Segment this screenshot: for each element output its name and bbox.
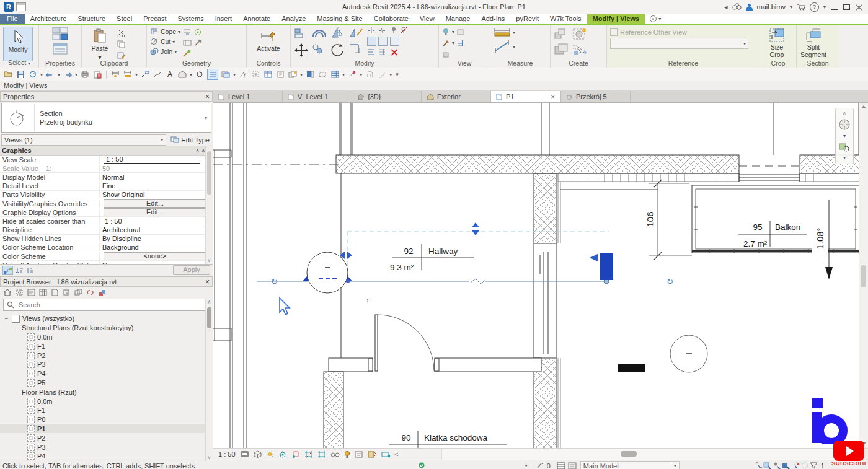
- properties-scroll-handle[interactable]: [207, 151, 211, 195]
- reveal-hidden-icon[interactable]: [344, 450, 350, 458]
- modify-tool-button[interactable]: Modify: [3, 27, 33, 61]
- project-browser-header[interactable]: Project Browser - L86-wizualizacja.rvt ×: [0, 276, 213, 287]
- browser-views-icon[interactable]: [16, 289, 24, 296]
- properties-close-icon[interactable]: ×: [205, 94, 210, 100]
- override-brush-icon[interactable]: [442, 39, 450, 47]
- browser-links-icon[interactable]: [86, 289, 95, 296]
- drawing-canvas[interactable]: 106 1.08°: [213, 103, 859, 448]
- detail-line-icon[interactable]: [153, 69, 162, 79]
- windows-caret-icon[interactable]: ▾: [233, 72, 236, 77]
- cut-scissors-icon[interactable]: [117, 29, 126, 37]
- prop-row-hide-at-scales[interactable]: Hide at scales coarser than1 : 50: [0, 217, 213, 226]
- dimension-caret-icon[interactable]: ▾: [135, 72, 138, 77]
- tree-item[interactable]: P4: [0, 452, 213, 461]
- shadows-icon[interactable]: [291, 450, 300, 458]
- temporary-hide-isolate-icon[interactable]: [330, 451, 340, 458]
- ribbon-options[interactable]: ▾: [645, 14, 666, 24]
- tab-view[interactable]: View: [414, 14, 440, 24]
- navbar-caret-icon[interactable]: ▾: [843, 133, 846, 139]
- size-crop-button[interactable]: Size Crop: [763, 27, 790, 58]
- associate-params-icon[interactable]: [2, 266, 13, 275]
- view-tab-vlevel1[interactable]: V_Level 1: [283, 91, 352, 102]
- transfer-standards-icon[interactable]: [92, 69, 102, 79]
- create-assembly-icon[interactable]: [554, 43, 570, 56]
- floor-plan[interactable]: 106 1.08°: [213, 103, 859, 448]
- user-avatar-icon[interactable]: [746, 4, 753, 11]
- prop-row-discipline[interactable]: DisciplineArchitectural: [0, 226, 213, 235]
- browser-info-icon[interactable]: [99, 289, 107, 296]
- mirror-icon[interactable]: [330, 27, 346, 39]
- railing-icon[interactable]: [365, 69, 374, 79]
- group-graphics[interactable]: Graphics ∧ ∧: [0, 146, 213, 156]
- tree-item[interactable]: F1: [0, 341, 213, 351]
- maximize-button[interactable]: [843, 4, 851, 11]
- window-top[interactable]: [739, 173, 800, 182]
- tab-add-ins[interactable]: Add-Ins: [476, 14, 510, 24]
- trim-extend-icon[interactable]: [367, 48, 376, 56]
- tree-item[interactable]: P3: [0, 442, 213, 452]
- paste-button[interactable]: Paste ▾: [85, 27, 115, 61]
- aligned-dimension-icon[interactable]: [123, 69, 133, 79]
- apply-button[interactable]: Apply: [173, 265, 210, 275]
- drag-on-selection-toggle-icon[interactable]: [791, 462, 800, 469]
- select-by-face-toggle-icon[interactable]: [782, 462, 791, 469]
- offset-icon[interactable]: [311, 28, 327, 39]
- cope-button[interactable]: Cope▾: [150, 28, 180, 35]
- horizontal-scroll-handle[interactable]: [621, 451, 637, 457]
- array-icon[interactable]: [367, 37, 376, 46]
- unjoin-icon[interactable]: [183, 50, 192, 57]
- detail-level-icon[interactable]: [254, 450, 262, 458]
- properties-header[interactable]: Properties ×: [0, 91, 213, 102]
- scale-icon[interactable]: [240, 450, 249, 458]
- steering-wheel-icon[interactable]: [838, 118, 851, 131]
- split-face-icon[interactable]: [194, 28, 202, 36]
- section-segment-handle[interactable]: [600, 253, 613, 280]
- worksets-icon[interactable]: [557, 462, 565, 469]
- trim-multiple-icon[interactable]: [378, 48, 386, 56]
- browser-legends-icon[interactable]: [27, 289, 35, 296]
- cut-geometry-button[interactable]: Cut▾: [150, 38, 180, 45]
- horizontal-scrollbar[interactable]: [441, 449, 859, 460]
- browser-scrollbar[interactable]: ∧ ∨: [205, 299, 213, 461]
- editing-requests-icon[interactable]: [536, 462, 545, 469]
- default-3d-view-icon[interactable]: [177, 69, 187, 79]
- room-tag-hallway[interactable]: 92 Hallway 9.3 m²: [390, 244, 474, 272]
- split-gap-icon[interactable]: [378, 27, 386, 34]
- tree-item[interactable]: P2: [0, 433, 213, 442]
- thin-lines-icon[interactable]: [207, 69, 218, 80]
- tree-item[interactable]: P4: [0, 369, 213, 379]
- print-icon[interactable]: [80, 69, 90, 79]
- section-head-circle[interactable]: [307, 252, 348, 293]
- tab-collaborate[interactable]: Collaborate: [368, 14, 414, 24]
- mirror-draw-icon[interactable]: [348, 27, 365, 39]
- prop-row-show-hidden-lines[interactable]: Show Hidden LinesBy Discipline: [0, 235, 213, 243]
- tab-steel[interactable]: Steel: [111, 14, 138, 24]
- prop-row-color-scheme-location[interactable]: Color Scheme LocationBackground: [0, 243, 213, 252]
- show-crop-icon[interactable]: [317, 450, 326, 458]
- prop-row-vg-overrides[interactable]: Visibility/Graphics OverridesEdit...: [0, 199, 213, 208]
- prop-row-display-model[interactable]: Display ModelNormal: [0, 173, 213, 182]
- rotate-control-icon[interactable]: ↻: [666, 277, 673, 286]
- vg-edit-button[interactable]: Edit...: [104, 199, 206, 208]
- select-links-toggle-icon[interactable]: [754, 462, 763, 469]
- 3d-caret-icon[interactable]: ▾: [190, 72, 192, 77]
- browser-schedules-icon[interactable]: [39, 289, 47, 296]
- redo-caret-icon[interactable]: ▾: [75, 72, 78, 77]
- sync-icon[interactable]: [28, 69, 38, 79]
- tag-icon[interactable]: [140, 69, 150, 79]
- align-icon[interactable]: [294, 28, 308, 39]
- tab-file[interactable]: File: [0, 14, 25, 24]
- panel-label-select[interactable]: Select ▾: [0, 59, 38, 68]
- gdo-edit-button[interactable]: Edit...: [104, 208, 206, 216]
- create-similar-icon[interactable]: [572, 28, 588, 42]
- keynote-icon[interactable]: f: [238, 69, 248, 79]
- browser-search-box[interactable]: [3, 299, 210, 311]
- color-scheme-button[interactable]: <none>: [104, 252, 206, 260]
- qat-customize-caret-icon[interactable]: ▾: [389, 72, 392, 77]
- tree-item[interactable]: P5: [0, 379, 213, 388]
- save-icon[interactable]: [16, 69, 25, 79]
- tree-item[interactable]: P3: [0, 360, 213, 369]
- sync-caret-icon[interactable]: ▾: [40, 72, 43, 77]
- undo-caret-icon[interactable]: ▾: [58, 72, 60, 77]
- browser-scroll-down-icon[interactable]: ∨: [206, 455, 213, 460]
